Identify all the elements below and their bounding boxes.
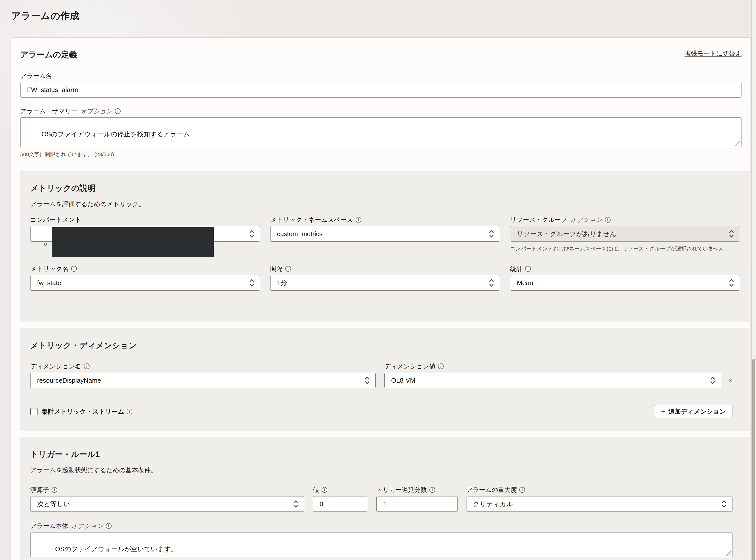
- info-icon[interactable]: i: [285, 266, 291, 272]
- trigger-delay-input[interactable]: [376, 496, 458, 512]
- info-icon[interactable]: i: [106, 523, 112, 529]
- alarm-definition-title: アラームの定義: [20, 49, 77, 60]
- metric-name-value: fw_state: [37, 279, 246, 287]
- info-icon[interactable]: i: [525, 266, 531, 272]
- alarm-summary-label: アラーム・サマリー: [20, 107, 78, 115]
- create-alarm-card: アラームの定義 拡張モードに切替え アラーム名 アラーム・サマリー オプション …: [11, 38, 750, 560]
- namespace-select[interactable]: custom_metrics: [270, 226, 500, 242]
- select-updown-icon: [364, 376, 370, 385]
- add-dimension-button-label: 追加ディメンション: [668, 407, 726, 416]
- info-icon[interactable]: i: [605, 217, 610, 223]
- operator-select[interactable]: 次と等しい: [30, 496, 304, 512]
- resource-group-optional-tag: オプション: [570, 216, 602, 224]
- add-dimension-button[interactable]: + 追加ディメンション: [654, 405, 733, 418]
- statistic-value: Mean: [517, 279, 725, 287]
- namespace-label: メトリック・ネームスペース: [270, 216, 353, 224]
- plus-icon: +: [661, 407, 665, 416]
- trigger-delay-label: トリガー遅延分数: [376, 486, 427, 494]
- summary-char-counter: 500文字に制限されています。 (23/500): [20, 151, 741, 158]
- metric-description-subtitle: アラームを評価するためのメトリック。: [30, 200, 740, 208]
- select-updown-icon: [249, 229, 254, 238]
- operator-label: 演算子: [30, 486, 49, 494]
- metric-dimensions-title: メトリック・ディメンション: [30, 340, 740, 351]
- resource-group-select: リソース・グループがありません: [510, 226, 740, 242]
- operator-value: 次と等しい: [37, 500, 290, 508]
- compartment-helper-text: o: [44, 241, 47, 247]
- scrollbar-thumb[interactable]: [752, 359, 755, 560]
- alarm-name-label: アラーム名: [20, 72, 52, 80]
- select-updown-icon: [710, 376, 715, 385]
- resource-group-value: リソース・グループがありません: [517, 229, 725, 238]
- alarm-summary-textarea[interactable]: OSのファイアウォールの停止を検知するアラーム: [20, 117, 741, 147]
- select-updown-icon: [489, 278, 494, 287]
- dimension-value-label: ディメンション値: [384, 362, 435, 371]
- aggregate-metric-stream-checkbox[interactable]: [30, 408, 38, 415]
- alarm-name-input[interactable]: [20, 82, 741, 98]
- info-icon[interactable]: i: [115, 108, 121, 114]
- alarm-summary-text: OSのファイアウォールの停止を検知するアラーム: [41, 130, 190, 138]
- dimension-name-value: resourceDisplayName: [37, 377, 361, 384]
- alarm-summary-optional-tag: オプション: [81, 107, 113, 115]
- switch-advanced-mode-link[interactable]: 拡張モードに切替え: [685, 49, 741, 58]
- trigger-rule-subtitle: アラームを起動状態にするための基本条件。: [30, 466, 740, 474]
- info-icon[interactable]: i: [322, 487, 327, 493]
- remove-dimension-icon[interactable]: ×: [728, 376, 733, 384]
- alarm-body-text: OSのファイアウォールが空いています。: [55, 545, 177, 553]
- severity-value: クリティカル: [473, 500, 718, 508]
- info-icon[interactable]: i: [438, 363, 444, 369]
- compartment-label: コンパートメント: [30, 216, 81, 224]
- metric-description-panel: メトリックの説明 アラームを評価するためのメトリック。 コンパートメント: [20, 171, 750, 322]
- select-updown-icon: [489, 229, 494, 238]
- textarea-resize-handle-icon[interactable]: [726, 551, 732, 556]
- value-label: 値: [313, 486, 319, 494]
- value-input[interactable]: [313, 496, 368, 512]
- redaction-overlay: [52, 227, 214, 257]
- severity-label: アラームの重大度: [466, 486, 517, 494]
- dimension-value-value: OL8-VM: [391, 377, 706, 384]
- dimension-name-label: ディメンション名: [30, 362, 81, 371]
- info-icon[interactable]: i: [84, 363, 90, 369]
- dimensions-divider: [30, 399, 740, 399]
- select-updown-icon: [249, 278, 254, 287]
- resource-group-helper-text: コンパートメントおよびネームスペースには、リソース・グループが選択されていません: [510, 245, 740, 252]
- page-title: アラームの作成: [11, 9, 80, 22]
- dimension-value-select[interactable]: OL8-VM: [384, 373, 721, 388]
- interval-select[interactable]: 1分: [270, 275, 500, 291]
- select-updown-icon: [721, 499, 727, 508]
- info-icon[interactable]: i: [355, 217, 361, 223]
- metric-name-select[interactable]: fw_state: [30, 275, 260, 291]
- textarea-resize-handle-icon[interactable]: [735, 141, 740, 146]
- vertical-scrollbar[interactable]: [752, 0, 756, 560]
- alarm-body-optional-tag: オプション: [71, 522, 103, 530]
- statistic-select[interactable]: Mean: [510, 275, 740, 291]
- trigger-rule-panel: トリガー・ルール1 アラームを起動状態にするための基本条件。 演算子 i 次と等…: [20, 437, 750, 560]
- select-updown-icon: [729, 278, 734, 287]
- severity-select[interactable]: クリティカル: [466, 496, 733, 512]
- metric-name-label: メトリック名: [30, 265, 69, 273]
- info-icon[interactable]: i: [429, 487, 435, 493]
- alarm-body-textarea[interactable]: OSのファイアウォールが空いています。: [30, 532, 733, 557]
- resource-group-label: リソース・グループ: [510, 216, 567, 224]
- metric-description-title: メトリックの説明: [30, 183, 740, 194]
- dimension-name-select[interactable]: resourceDisplayName: [30, 373, 375, 388]
- interval-value: 1分: [277, 279, 485, 287]
- select-updown-icon: [293, 499, 298, 508]
- info-icon[interactable]: i: [127, 409, 132, 415]
- info-icon[interactable]: i: [52, 487, 57, 493]
- info-icon[interactable]: i: [519, 487, 525, 493]
- select-updown-icon: [729, 229, 734, 238]
- trigger-rule-title: トリガー・ルール1: [30, 449, 740, 460]
- aggregate-metric-stream-label: 集計メトリック・ストリーム: [41, 407, 124, 416]
- alarm-body-label: アラーム本体: [30, 522, 68, 530]
- statistic-label: 統計: [510, 265, 523, 273]
- interval-label: 間隔: [270, 265, 283, 273]
- namespace-value: custom_metrics: [277, 230, 485, 238]
- info-icon[interactable]: i: [71, 266, 77, 272]
- metric-dimensions-panel: メトリック・ディメンション ディメンション名 i resourceDisplay…: [20, 328, 750, 431]
